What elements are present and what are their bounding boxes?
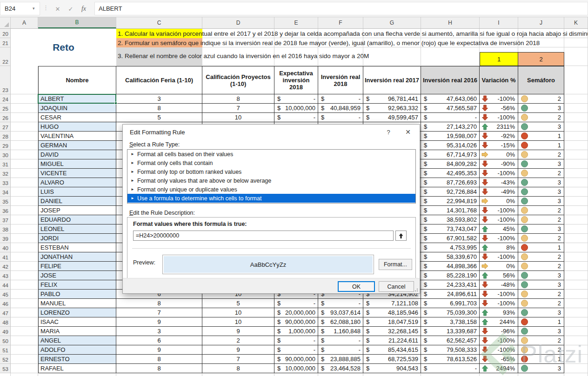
col-header-G[interactable]: G [363, 17, 421, 28]
row-header-22[interactable]: 22 [0, 47, 11, 66]
cell-F52[interactable]: $23,888,885 [318, 355, 363, 364]
cell-I33[interactable]: -43% [480, 178, 518, 187]
cell-I41[interactable]: -100% [480, 252, 518, 262]
cell-B31[interactable]: MIGUEL [38, 159, 116, 169]
cell-I50[interactable]: -100% [480, 336, 518, 345]
cell-H34[interactable]: $92,726,884 [421, 187, 480, 197]
rule-type-option[interactable]: ►Use a formula to determine which cells … [127, 194, 415, 203]
cell-H43[interactable]: $85,228,190 [421, 271, 480, 280]
dialog-close-icon[interactable]: ✕ [401, 127, 415, 137]
cell-H50[interactable]: $62,562,457 [421, 336, 480, 345]
cell-C49[interactable]: 3 [116, 327, 202, 336]
cancel-button[interactable]: Cancel [379, 281, 414, 292]
cell-I30[interactable]: 0% [480, 150, 518, 159]
cell-I27[interactable]: 2311% [480, 122, 518, 132]
cell-D25[interactable]: 7 [202, 104, 274, 113]
cell-J46[interactable]: 2 [518, 299, 564, 308]
rule-type-option[interactable]: ►Format only top or bottom ranked values [127, 167, 415, 176]
cell-D47[interactable]: 10 [202, 308, 274, 317]
cell-I48[interactable]: 244% [480, 317, 518, 327]
cell-C51[interactable]: 9 [116, 345, 202, 355]
row-header-46[interactable]: 46 [0, 299, 11, 308]
cell-E25[interactable]: $10,000,000 [274, 104, 318, 113]
cell-J45[interactable]: 2 [518, 290, 564, 299]
cell-G26[interactable]: $49,599,457 [363, 113, 421, 122]
cell-E47[interactable]: $20,000,000 [274, 308, 318, 317]
col-header-B[interactable]: B [38, 17, 116, 28]
cell-F49[interactable]: $1,160,848 [318, 327, 363, 336]
cell-D24[interactable]: 8 [202, 94, 274, 104]
row-header-36[interactable]: 36 [0, 206, 11, 215]
cell-I29[interactable]: -15% [480, 141, 518, 150]
cell-E24[interactable]: $- [274, 94, 318, 104]
cell-J25[interactable]: 3 [518, 104, 564, 113]
cell-J32[interactable]: 2 [518, 169, 564, 178]
table-header-D[interactable]: Calificación Proyectos (1-10) [202, 66, 274, 94]
row-header-30[interactable]: 30 [0, 150, 11, 159]
cell-B41[interactable]: JONATHAN [38, 252, 116, 262]
cell-H38[interactable]: $73,743,047 [421, 224, 480, 234]
col-header-F[interactable]: F [318, 17, 363, 28]
cell-I47[interactable]: 93% [480, 308, 518, 317]
cell-J35[interactable]: 3 [518, 197, 564, 206]
cell-I25[interactable]: -56% [480, 104, 518, 113]
cell-I45[interactable]: -100% [480, 290, 518, 299]
cell-B52[interactable]: ERNESTO [38, 355, 116, 364]
cell-I43[interactable]: 56% [480, 271, 518, 280]
row-header-47[interactable]: 47 [0, 308, 11, 317]
row-header-49[interactable]: 49 [0, 327, 11, 336]
cell-H30[interactable]: $67,714,973 [421, 150, 480, 159]
cell-I37[interactable]: -100% [480, 215, 518, 224]
row-header-40[interactable]: 40 [0, 243, 11, 252]
formula-input[interactable]: ALBERT [94, 2, 588, 15]
row-header-32[interactable]: 32 [0, 169, 11, 178]
cell-J52[interactable]: 1 [518, 355, 564, 364]
table-header-E[interactable]: Expectativa inversión 2018 [274, 66, 318, 94]
cell-J42[interactable]: 2 [518, 262, 564, 271]
cell-D52[interactable]: 7 [202, 355, 274, 364]
row-header-21[interactable]: 21 [0, 38, 11, 47]
cell-J28[interactable]: 1 [518, 132, 564, 141]
row-header-37[interactable]: 37 [0, 215, 11, 224]
cell-H53[interactable]: $- [421, 364, 480, 373]
cell-J36[interactable]: 2 [518, 206, 564, 215]
cell-F46[interactable]: $- [318, 299, 363, 308]
cell-C25[interactable]: 8 [116, 104, 202, 113]
cell-J37[interactable]: 2 [518, 215, 564, 224]
col-header-K[interactable]: K [564, 17, 588, 28]
cell-B42[interactable]: FELIPE [38, 262, 116, 271]
cancel-entry-icon[interactable]: ✕ [52, 4, 63, 14]
col-header-C[interactable]: C [116, 17, 202, 28]
cell-H42[interactable]: $44,898,366 [421, 262, 480, 271]
row-header-53[interactable]: 53 [0, 364, 11, 373]
cell-H51[interactable]: $79,508,333 [421, 345, 480, 355]
cell-G47[interactable]: $48,185,946 [363, 308, 421, 317]
cell-H47[interactable]: $75,039,300 [421, 308, 480, 317]
cell-J41[interactable]: 2 [518, 252, 564, 262]
cell-C47[interactable]: 7 [116, 308, 202, 317]
rule-type-option[interactable]: ►Format only cells that contain [127, 158, 415, 167]
col-header-E[interactable]: E [274, 17, 318, 28]
table-header-C[interactable]: Calificación Feria (1-10) [116, 66, 202, 94]
cell-J26[interactable]: 2 [518, 113, 564, 122]
cell-E53[interactable]: $10,000,000 [274, 364, 318, 373]
cell-G52[interactable]: $68,725,539 [363, 355, 421, 364]
cell-E46[interactable]: $- [274, 299, 318, 308]
cell-B27[interactable]: HUGO [38, 122, 116, 132]
rule-type-option[interactable]: ►Format all cells based on their values [127, 150, 415, 158]
cell-B32[interactable]: VICENTE [38, 169, 116, 178]
row-header-43[interactable]: 43 [0, 271, 11, 280]
cell-B39[interactable]: JORDI [38, 234, 116, 243]
cell-C26[interactable]: 5 [116, 113, 202, 122]
cell-H35[interactable]: $22,994,819 [421, 197, 480, 206]
formula-condition-input[interactable]: =H24>20000000 [133, 231, 394, 241]
row-header-45[interactable]: 45 [0, 290, 11, 299]
format-button[interactable]: Format... [379, 259, 412, 270]
cell-I26[interactable]: -100% [480, 113, 518, 122]
cell-C24[interactable]: 3 [116, 94, 202, 104]
row-header-51[interactable]: 51 [0, 345, 11, 355]
cell-H41[interactable]: $58,339,670 [421, 252, 480, 262]
row-header-29[interactable]: 29 [0, 141, 11, 150]
row-header-24[interactable]: 24 [0, 94, 11, 104]
rule-type-option[interactable]: ►Format only values that are above or be… [127, 176, 415, 185]
